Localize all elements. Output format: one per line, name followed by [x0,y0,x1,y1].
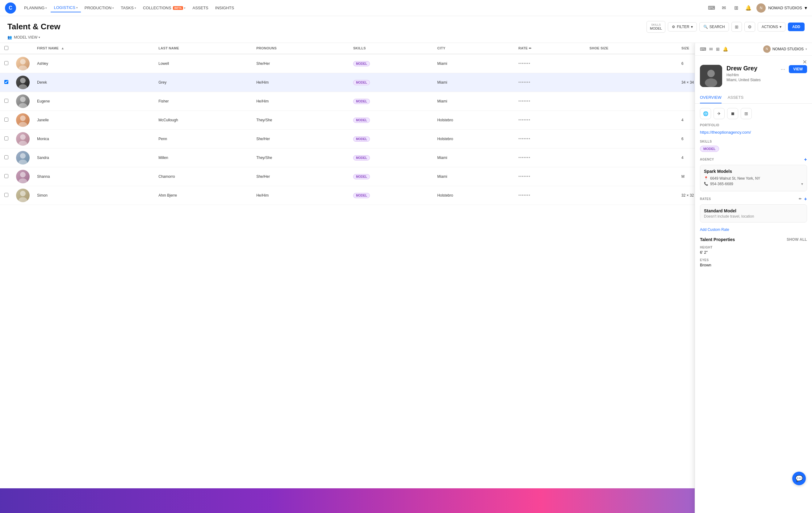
grid-view-button[interactable]: ⊞ [731,22,742,32]
keyboard-icon[interactable]: ⌨ [707,4,716,12]
row-skills-6: MODEL [349,167,433,186]
header-actions: SKILLS MODEL ⚙ FILTER ▾ 🔍 SEARCH ⊞ ⚙ ACT… [646,21,805,33]
keyboard-icon[interactable]: ⌨ [700,47,706,52]
row-pronouns-3: They/She [253,111,349,129]
table-row[interactable]: Shanna Chamorro She/Her MODEL Miami ••••… [0,167,812,186]
row-first-name-2: Eugene [33,92,155,111]
add-button[interactable]: ADD [788,23,805,31]
nav-insights[interactable]: INSIGHTS [212,4,237,12]
add-custom-rate-link[interactable]: Add Custom Rate [700,228,729,232]
mail-icon[interactable]: ✉ [709,47,713,52]
page-title: Talent & Crew [7,22,60,31]
add-agency-button[interactable]: + [804,157,807,162]
user-area[interactable]: N NOMAD STUDIOS ▾ [756,3,807,13]
skill-tag-model: MODEL [700,146,719,152]
tab-assets[interactable]: ASSETS [728,92,744,103]
panel-user-name: NOMAD STUDIOS [773,47,804,51]
filter-icon: ⚙ [672,25,675,29]
edit-rates-icon[interactable]: ✏ [799,197,802,201]
row-checkbox-3[interactable] [0,111,12,129]
row-checkbox-2[interactable] [0,92,12,111]
nav-production[interactable]: PRODUCTION ▾ [82,4,117,12]
nav-assets[interactable]: ASSETS [189,4,211,12]
nav-collections[interactable]: COLLECTIONS BETA ▾ [140,4,189,12]
tab-overview[interactable]: OVERVIEW [700,92,722,103]
row-pronouns-4: She/Her [253,129,349,148]
row-skills-0: MODEL [349,54,433,73]
row-checkbox-7[interactable] [0,186,12,205]
avatar-2 [16,94,30,108]
apps-icon[interactable]: ⊞ [732,4,741,12]
row-checkbox-1[interactable] [0,73,12,92]
height-property: HEIGHT 6' 2" [700,246,807,255]
row-checkbox-4[interactable] [0,129,12,148]
filter-button[interactable]: ⚙ FILTER ▾ [668,22,697,31]
table-row[interactable]: Simon Ahm Bjerre He/Him MODEL Holstebro … [0,186,812,205]
table-row[interactable]: Monica Penn She/Her MODEL Holstebro ••••… [0,129,812,148]
pronouns-header[interactable]: PRONOUNS [253,43,349,54]
settings-button[interactable]: ⚙ [744,22,755,32]
chat-bubble[interactable]: 💬 [792,472,806,485]
avatar-1 [16,76,30,89]
row-avatar-7 [12,186,33,205]
globe-button[interactable]: 🌐 [700,108,711,119]
bell-icon[interactable]: 🔔 [744,4,753,12]
row-checkbox-6[interactable] [0,167,12,186]
portfolio-section: PORTFOLIO https://theoptionagency.com/ [695,123,812,140]
nav-tasks[interactable]: TASKS ▾ [118,4,139,12]
nav-planning[interactable]: PLANNING ▾ [21,4,50,12]
skills-model-button[interactable]: SKILLS MODEL [646,21,665,33]
add-rate-button[interactable]: + [804,196,807,202]
model-view-row: 👥 MODEL VIEW ▾ [7,35,805,42]
row-city-2: Miami [433,92,515,111]
view-profile-button[interactable]: VIEW [789,65,807,73]
send-button[interactable]: ✈ [714,108,725,119]
city-header[interactable]: CITY [433,43,515,54]
more-options-button[interactable]: ··· [779,65,786,74]
rate-header[interactable]: RATE ✏ [515,43,586,54]
table-row[interactable]: Sandra Millen They/She MODEL Miami •••••… [0,148,812,167]
row-checkbox-0[interactable] [0,54,12,73]
height-value: 6' 2" [700,250,807,255]
agency-card: Spark Models 📍 6649 Walnut St, New York,… [700,165,807,191]
table-row[interactable]: Ashley Lowell She/Her MODEL Miami ••••••… [0,54,812,73]
close-panel-button[interactable]: ✕ [803,59,807,65]
bell-icon[interactable]: 🔔 [723,47,728,52]
side-panel: ⌨ ✉ ⊞ 🔔 N NOMAD STUDIOS ▾ ✕ [695,43,812,513]
row-checkbox-5[interactable] [0,148,12,167]
grid-button[interactable]: ⊞ [741,108,752,119]
first-name-header[interactable]: FIRST NAME ▲ [33,43,155,54]
apps-icon[interactable]: ⊞ [716,47,720,52]
svg-point-10 [20,153,26,159]
row-last-name-0: Lowell [155,54,253,73]
last-name-header[interactable]: LAST NAME [155,43,253,54]
portfolio-link[interactable]: https://theoptionagency.com/ [700,130,751,134]
actions-button[interactable]: ACTIONS ▾ [758,22,785,31]
skills-header[interactable]: SKILLS [349,43,433,54]
svg-point-5 [19,103,27,108]
model-view-label[interactable]: MODEL VIEW ▾ [14,35,40,39]
app-logo[interactable]: C [5,2,16,13]
search-button[interactable]: 🔍 SEARCH [699,22,729,31]
table-row[interactable]: Eugene Fisher He/Him MODEL Miami ••••••• [0,92,812,111]
expand-agency-button[interactable]: ▾ [801,182,803,186]
row-avatar-6 [12,167,33,186]
square-button[interactable]: ⏹ [727,108,738,119]
row-last-name-2: Fisher [155,92,253,111]
panel-user-area[interactable]: N NOMAD STUDIOS ▾ [763,46,807,53]
row-shoe-size-4 [586,129,678,148]
nav-logistics[interactable]: LOGISTICS ▾ [51,3,81,12]
person-name: Drew Grey [726,65,775,72]
panel-topbar-icons: ⌨ ✉ ⊞ 🔔 [700,47,728,52]
page-title-row: Talent & Crew SKILLS MODEL ⚙ FILTER ▾ 🔍 … [7,21,805,33]
panel-user-avatar: N [763,46,771,53]
table-row[interactable]: Janelle McCullough They/She MODEL Holste… [0,111,812,129]
avatar-col-header [12,43,33,54]
table-row[interactable]: Derek Grey He/Him MODEL Miami ••••••• 34… [0,73,812,92]
svg-point-12 [20,172,26,178]
row-last-name-7: Ahm Bjerre [155,186,253,205]
mail-icon[interactable]: ✉ [719,4,728,12]
shoe-size-header[interactable]: SHOE SIZE [586,43,678,54]
select-all-checkbox[interactable] [0,43,12,54]
show-all-button[interactable]: SHOW ALL [787,237,807,242]
